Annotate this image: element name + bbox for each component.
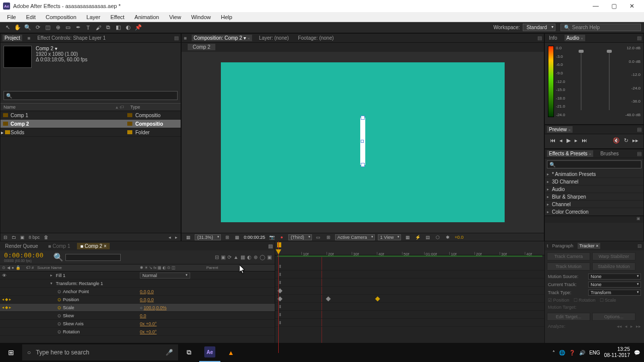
layer-fill[interactable]: 👁 ▸Fill 1 Normal <box>0 272 275 280</box>
project-search[interactable]: 🔍 <box>4 91 178 100</box>
pen-tool[interactable]: ✒ <box>73 23 83 32</box>
project-item-solids[interactable]: ▸ Solids Folder <box>1 128 181 137</box>
taskbar-vlc[interactable]: ▲ <box>220 343 242 362</box>
composition-tab[interactable]: Composition: Comp 2 ▾× <box>192 35 252 41</box>
fx-channel[interactable]: ▸Channel <box>545 201 643 208</box>
prev-frame-button[interactable]: ◂ <box>559 137 562 144</box>
new-bin-icon[interactable]: ▣ <box>636 216 640 223</box>
exposure-value[interactable]: +0.0 <box>454 235 463 240</box>
project-tab[interactable]: Project <box>3 35 22 41</box>
project-item-comp1[interactable]: Comp 1 Compositio <box>1 111 181 120</box>
roto-tool[interactable]: ◐ <box>124 23 133 32</box>
keyframe-icon[interactable] <box>326 297 331 302</box>
panel-menu-icon[interactable]: ▤ <box>174 35 179 41</box>
task-view-button[interactable]: ⧉ <box>178 343 199 362</box>
preview-tab[interactable]: Preview× <box>547 126 573 133</box>
project-item-comp2[interactable]: Comp 2 Compositio <box>1 120 181 128</box>
motion-source-dropdown[interactable]: None <box>588 274 641 280</box>
track-position[interactable] <box>275 287 544 295</box>
paragraph-tab[interactable]: Paragraph <box>552 243 574 248</box>
col-name[interactable]: Name <box>4 105 16 110</box>
effect-controls-tab[interactable]: Effect Controls: Shape Layer 1 <box>35 35 108 41</box>
track-motion-button[interactable]: Track Motion <box>547 262 590 270</box>
tray-chevron-icon[interactable]: ˄ <box>552 350 555 355</box>
grid-icon[interactable]: ▦ <box>185 234 192 240</box>
track-transform[interactable]: ⬍ <box>275 270 544 279</box>
tray-icon[interactable]: ❓ <box>569 350 575 355</box>
menu-animation[interactable]: Animation <box>129 13 164 21</box>
camera-dropdown[interactable]: Active Camera <box>335 234 375 240</box>
delete-icon[interactable]: 🗑 <box>44 235 48 240</box>
reset-exposure-icon[interactable]: ✱ <box>444 234 451 240</box>
mute-icon[interactable]: 🔇 <box>613 137 620 144</box>
warp-stabilizer-button[interactable]: Warp Stabilizer <box>592 252 635 260</box>
effects-search[interactable]: 🔍 <box>547 160 641 168</box>
views-dropdown[interactable]: 1 View <box>378 234 401 240</box>
tl-icon[interactable]: ▣ <box>267 254 272 260</box>
play-button[interactable]: ▶ <box>567 137 571 144</box>
timeline-comp2-tab[interactable]: ■ Comp 2 × <box>77 243 109 249</box>
scroll-right-icon[interactable]: ▸ <box>175 235 178 240</box>
roi-icon[interactable]: ▭ <box>315 234 322 240</box>
track-scale[interactable] <box>275 295 544 303</box>
work-area-bar[interactable] <box>277 255 542 257</box>
col-type[interactable]: Type <box>127 104 181 111</box>
timeline-icon[interactable]: ▤ <box>424 234 431 240</box>
track-anchor[interactable]: ⬍ <box>275 279 544 287</box>
track-skew-axis[interactable]: ⬍ <box>275 311 544 319</box>
tl-icon[interactable]: ⟳ <box>227 254 231 260</box>
selection-tool[interactable]: ↖ <box>3 23 12 32</box>
fx-audio[interactable]: ▸Audio <box>545 186 643 193</box>
workspace-dropdown[interactable]: Standard <box>523 24 555 31</box>
close-button[interactable]: ✕ <box>623 1 641 12</box>
track-rotation[interactable]: ⬍ <box>275 319 544 327</box>
track-skew[interactable]: ⬍ <box>275 303 544 311</box>
track-fill[interactable]: ⬍ <box>275 262 544 270</box>
vu-slider-r[interactable] <box>609 50 610 110</box>
hand-tool[interactable]: ✋ <box>13 23 22 32</box>
shape-layer[interactable] <box>360 118 365 165</box>
taskbar-ae[interactable]: Ae <box>199 343 220 362</box>
col-source-name[interactable]: Source Name <box>36 264 140 271</box>
zoom-dropdown[interactable]: (31.3%) <box>195 234 221 240</box>
menu-edit[interactable]: Edit <box>21 13 41 21</box>
tl-icon[interactable]: ▣ <box>221 254 225 260</box>
brush-tool[interactable]: 🖌 <box>94 23 103 32</box>
last-frame-button[interactable]: ⏭ <box>582 137 587 144</box>
tl-icon[interactable]: ⊕ <box>254 254 258 260</box>
mic-icon[interactable]: 🎤 <box>166 349 173 356</box>
menu-composition[interactable]: Composition <box>41 13 82 21</box>
stabilize-motion-button[interactable]: Stabilize Motion <box>592 262 635 270</box>
channel-icon[interactable]: ● <box>278 234 285 240</box>
prop-position[interactable]: ◂ ◆ ▸ ⊙ Position 0.0,0.0 <box>0 296 275 304</box>
tracker-tab[interactable]: Tracker × <box>578 243 601 249</box>
comp-thumbnail[interactable] <box>4 46 32 68</box>
playhead[interactable] <box>278 241 279 353</box>
current-timecode[interactable]: 0:00:00:00 <box>4 251 46 259</box>
prop-skew[interactable]: ⊙ Skew 0.0 <box>0 312 275 320</box>
tray-volume-icon[interactable]: 🔊 <box>579 350 585 355</box>
pan-behind-tool[interactable]: ⊕ <box>53 23 62 32</box>
menu-effect[interactable]: Effect <box>105 13 129 21</box>
keyframe-icon[interactable] <box>375 297 380 302</box>
menu-file[interactable]: File <box>2 13 21 21</box>
transparency-icon[interactable]: ▩ <box>234 234 241 240</box>
notifications-icon[interactable]: 💬 <box>634 350 640 355</box>
loop-icon[interactable]: ↻ <box>624 137 628 144</box>
new-folder-icon[interactable]: 🗀 <box>12 235 16 240</box>
grid-icon[interactable]: ⊞ <box>325 234 332 240</box>
menu-help[interactable]: Help <box>216 13 237 21</box>
vu-slider-l[interactable] <box>581 50 582 110</box>
type-tool[interactable]: T <box>84 23 93 32</box>
panel-menu-icon[interactable]: ▤ <box>637 243 642 248</box>
layer-transform[interactable]: ▾Transform: Rectangle 1 <box>0 280 275 288</box>
camera-tool[interactable]: ◫ <box>43 23 52 32</box>
align-tab[interactable]: t <box>547 243 548 248</box>
track-camera-button[interactable]: Track Camera <box>547 252 590 260</box>
canvas[interactable] <box>221 62 505 222</box>
layer-tab[interactable]: Layer: (none) <box>257 35 291 41</box>
next-frame-button[interactable]: ▸ <box>575 137 578 144</box>
minimize-button[interactable]: — <box>587 1 605 12</box>
tl-icon[interactable]: ⊟ <box>215 254 219 260</box>
col-parent[interactable]: Parent <box>204 264 266 271</box>
